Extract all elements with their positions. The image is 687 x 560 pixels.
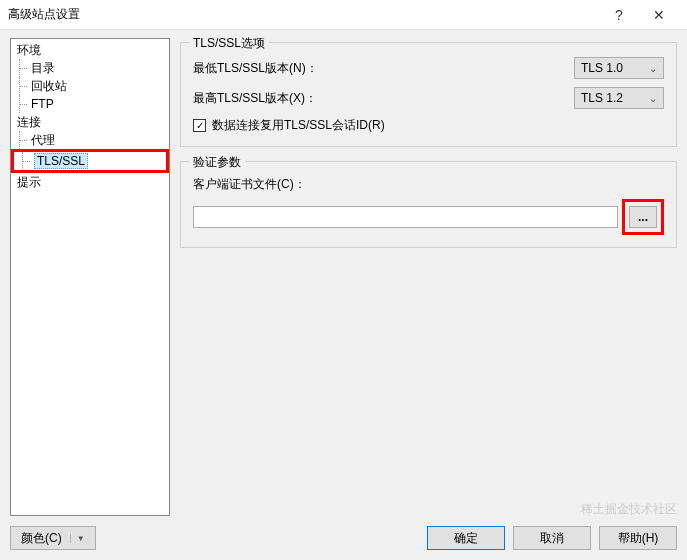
color-button[interactable]: 颜色(C) ▼	[10, 526, 96, 550]
min-tls-label: 最低TLS/SSL版本(N)：	[193, 60, 318, 77]
close-button[interactable]: ✕	[639, 0, 679, 30]
cert-row: ...	[193, 199, 664, 235]
browse-button[interactable]: ...	[629, 206, 657, 228]
max-tls-value: TLS 1.2	[581, 91, 623, 105]
reuse-session-row: 数据连接复用TLS/SSL会话ID(R)	[193, 117, 664, 134]
tree-item-conn[interactable]: 连接	[11, 113, 169, 131]
max-tls-select[interactable]: TLS 1.2 ⌄	[574, 87, 664, 109]
dialog-footer: 颜色(C) ▼ 确定 取消 帮助(H)	[0, 516, 687, 560]
chevron-down-icon: ⌄	[649, 63, 657, 74]
tree-item-prompt[interactable]: 提示	[11, 173, 169, 191]
dropdown-icon: ▼	[70, 534, 85, 543]
chevron-down-icon: ⌄	[649, 93, 657, 104]
content-pane: TLS/SSL选项 最低TLS/SSL版本(N)： TLS 1.0 ⌄ 最高TL…	[180, 38, 677, 516]
tls-options-group: TLS/SSL选项 最低TLS/SSL版本(N)： TLS 1.0 ⌄ 最高TL…	[180, 42, 677, 147]
cert-label: 客户端证书文件(C)：	[193, 176, 664, 193]
tree-item-recycle[interactable]: 回收站	[11, 77, 169, 95]
tree-item-dir[interactable]: 目录	[11, 59, 169, 77]
window-title: 高级站点设置	[8, 6, 599, 23]
reuse-session-checkbox[interactable]	[193, 119, 206, 132]
browse-highlight: ...	[622, 199, 664, 235]
reuse-session-label: 数据连接复用TLS/SSL会话ID(R)	[212, 117, 385, 134]
max-tls-label: 最高TLS/SSL版本(X)：	[193, 90, 317, 107]
auth-group-title: 验证参数	[189, 154, 245, 171]
nav-tree[interactable]: 环境 目录 回收站 FTP 连接 代理 TLS/SSL 提示	[10, 38, 170, 516]
min-tls-row: 最低TLS/SSL版本(N)： TLS 1.0 ⌄	[193, 57, 664, 79]
dialog-body: 环境 目录 回收站 FTP 连接 代理 TLS/SSL 提示 TLS/SSL选项…	[0, 30, 687, 516]
auth-params-group: 验证参数 客户端证书文件(C)： ...	[180, 161, 677, 248]
titlebar: 高级站点设置 ? ✕	[0, 0, 687, 30]
tree-item-ftp[interactable]: FTP	[11, 95, 169, 113]
tls-group-title: TLS/SSL选项	[189, 35, 269, 52]
min-tls-select[interactable]: TLS 1.0 ⌄	[574, 57, 664, 79]
min-tls-value: TLS 1.0	[581, 61, 623, 75]
tree-item-env[interactable]: 环境	[11, 41, 169, 59]
ok-button[interactable]: 确定	[427, 526, 505, 550]
tree-item-proxy[interactable]: 代理	[11, 131, 169, 149]
help-button[interactable]: ?	[599, 0, 639, 30]
tree-pane: 环境 目录 回收站 FTP 连接 代理 TLS/SSL 提示	[10, 38, 170, 516]
cancel-button[interactable]: 取消	[513, 526, 591, 550]
max-tls-row: 最高TLS/SSL版本(X)： TLS 1.2 ⌄	[193, 87, 664, 109]
help-button-footer[interactable]: 帮助(H)	[599, 526, 677, 550]
dialog-window: 高级站点设置 ? ✕ 环境 目录 回收站 FTP 连接 代理 TLS/SSL 提…	[0, 0, 687, 560]
tree-item-tlsssl[interactable]: TLS/SSL	[11, 149, 169, 173]
cert-file-input[interactable]	[193, 206, 618, 228]
